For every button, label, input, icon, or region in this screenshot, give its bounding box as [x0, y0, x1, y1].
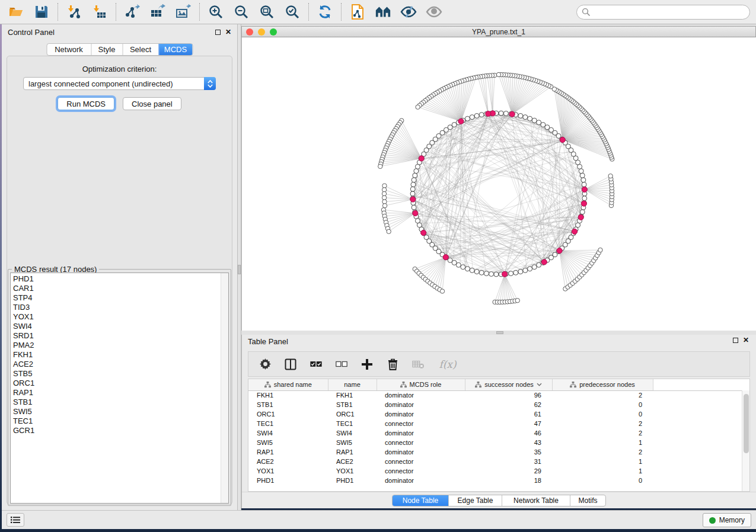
list-item[interactable]: STB1 [13, 398, 219, 407]
first-neighbors-icon[interactable] [375, 4, 391, 20]
float-panel-icon[interactable] [733, 338, 738, 343]
scrollbar-thumb[interactable] [744, 394, 749, 453]
task-history-button[interactable] [7, 513, 24, 527]
close-panel-icon[interactable]: ✕ [225, 30, 231, 35]
export-network-icon[interactable] [124, 4, 141, 20]
column-settings-icon[interactable] [259, 358, 271, 370]
control-panel-tabs: NetworkStyleSelectMCDS [46, 43, 193, 56]
tab-edge-table[interactable]: Edge Table [448, 495, 502, 506]
list-item[interactable]: FKH1 [13, 350, 219, 360]
table-tabs: Node TableEdge TableNetwork TableMotifs [392, 495, 606, 507]
zoom-out-icon[interactable] [233, 4, 250, 20]
tab-select[interactable]: Select [122, 44, 158, 55]
list-item[interactable]: RAP1 [13, 388, 219, 398]
column-header-predecessor_nodes[interactable]: predecessor nodes [552, 379, 653, 390]
table-row[interactable]: PHD1PHD1dominator180 [248, 476, 749, 485]
memory-button[interactable]: Memory [703, 513, 751, 527]
table-row[interactable]: ORC1ORC1dominator610 [248, 409, 749, 419]
import-network-icon[interactable] [66, 4, 82, 20]
search-icon [582, 8, 591, 17]
function-builder-icon[interactable]: f(x) [438, 358, 458, 370]
list-item[interactable]: YOX1 [13, 312, 219, 322]
delete-table-icon[interactable] [412, 358, 424, 370]
list-item[interactable]: TEC1 [13, 416, 219, 426]
node-table[interactable]: shared namenameMCDS rolesuccessor nodesp… [248, 379, 749, 485]
tab-node-table[interactable]: Node Table [393, 495, 448, 506]
splitter-grip[interactable] [496, 331, 503, 334]
table-row[interactable]: FKH1FKH1dominator962 [248, 390, 749, 400]
close-panel-icon[interactable]: ✕ [743, 338, 749, 343]
vertical-splitter[interactable] [237, 24, 241, 511]
list-item[interactable]: PHD1 [13, 274, 219, 284]
list-item[interactable]: CAR1 [13, 284, 219, 293]
column-header-name[interactable]: name [328, 379, 377, 390]
run-mcds-button[interactable]: Run MCDS [58, 97, 114, 110]
tab-style[interactable]: Style [91, 44, 122, 55]
table-row[interactable]: SWI5SWI5connector431 [248, 438, 749, 447]
optimization-criterion-select[interactable]: largest connected component (undirected) [23, 77, 216, 90]
network-graph[interactable] [242, 37, 756, 331]
table-footer: Node TableEdge TableNetwork TableMotifs [242, 492, 756, 508]
zoom-in-icon[interactable] [208, 4, 224, 20]
table-row[interactable]: TEC1TEC1connector472 [248, 419, 749, 428]
panel-mode-icon[interactable] [285, 358, 296, 370]
list-item[interactable]: PMA2 [13, 341, 219, 350]
network-canvas[interactable] [241, 37, 756, 331]
list-item[interactable]: STB5 [13, 369, 219, 379]
column-header-successor_nodes[interactable]: successor nodes [465, 379, 552, 390]
control-panel-title: Control Panel [8, 28, 55, 37]
status-bar: Memory [2, 510, 756, 529]
list-item[interactable]: ORC1 [13, 379, 219, 388]
network-from-file-icon[interactable] [349, 4, 366, 20]
select-all-icon[interactable] [310, 358, 322, 370]
tab-mcds[interactable]: MCDS [158, 44, 192, 55]
table-scrollbar[interactable] [742, 390, 749, 491]
table-row[interactable]: YOX1YOX1connector291 [248, 466, 749, 476]
list-item[interactable]: SWI5 [13, 407, 219, 416]
list-item[interactable]: STP4 [13, 293, 219, 303]
list-item[interactable]: ACE2 [13, 360, 219, 369]
table-toolbar: f(x) [248, 351, 750, 377]
table-row[interactable]: RAP1RAP1dominator352 [248, 447, 749, 457]
column-header-mcds_role[interactable]: MCDS role [377, 379, 465, 390]
result-scrollbar[interactable] [221, 273, 228, 503]
open-session-icon[interactable] [8, 4, 24, 20]
table-row[interactable]: SWI4SWI4dominator462 [248, 428, 749, 438]
show-all-icon[interactable] [426, 4, 442, 20]
zoom-fit-icon[interactable] [259, 4, 275, 20]
search-input[interactable] [576, 5, 750, 20]
table-row[interactable]: STB1STB1dominator620 [248, 400, 749, 409]
network-window-titlebar[interactable]: YPA_prune.txt_1 [241, 26, 756, 37]
column-header-shared_name[interactable]: shared name [248, 379, 328, 390]
splitter-grip[interactable] [238, 265, 241, 274]
tab-network[interactable]: Network [47, 44, 91, 55]
mcds-result-group: MCDS result (17 nodes) PHD1CAR1STP4TID3Y… [8, 269, 231, 506]
clear-selection-icon[interactable] [336, 358, 347, 370]
apply-layout-icon[interactable] [317, 4, 333, 20]
close-panel-button[interactable]: Close panel [123, 97, 181, 110]
main-toolbar [0, 0, 756, 24]
list-item[interactable]: GCR1 [13, 426, 219, 435]
table-row[interactable]: ACE2ACE2connector311 [248, 457, 749, 466]
export-table-icon[interactable] [149, 4, 166, 20]
export-image-icon[interactable] [175, 4, 192, 20]
mcds-result-list[interactable]: PHD1CAR1STP4TID3YOX1SWI4SRD1PMA2FKH1ACE2… [10, 273, 229, 504]
list-item[interactable]: SWI4 [13, 322, 219, 331]
delete-column-icon[interactable] [387, 358, 398, 370]
hide-selected-icon[interactable] [400, 4, 417, 20]
list-item[interactable]: SRD1 [13, 331, 219, 341]
import-table-icon[interactable] [91, 4, 108, 20]
tab-network-table[interactable]: Network Table [502, 495, 570, 506]
tab-motifs[interactable]: Motifs [570, 495, 605, 506]
add-column-icon[interactable] [361, 358, 373, 370]
list-item[interactable]: TID3 [13, 303, 219, 312]
list-icon [11, 516, 20, 524]
network-window-title: YPA_prune.txt_1 [242, 28, 755, 36]
save-session-icon[interactable] [33, 4, 50, 20]
float-panel-icon[interactable] [215, 30, 221, 35]
select-stepper-icon [204, 77, 216, 90]
optimization-criterion-label: Optimization criterion: [2, 65, 237, 73]
horizontal-splitter[interactable] [241, 331, 756, 335]
column-header-empty [653, 379, 749, 390]
zoom-selected-icon[interactable] [284, 4, 301, 20]
